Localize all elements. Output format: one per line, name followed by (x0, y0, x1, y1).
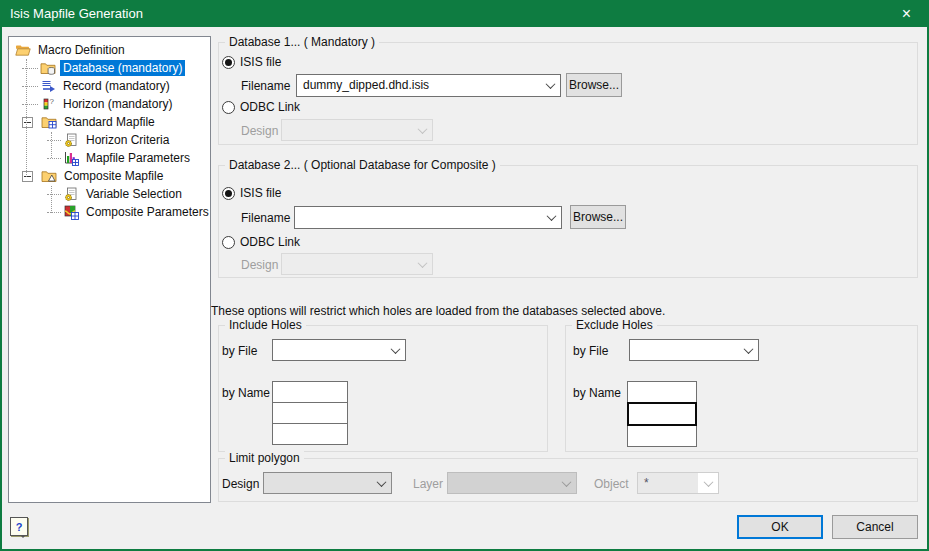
limit-object-label: Object (594, 477, 629, 491)
exclude-by-name-cell-2[interactable] (627, 402, 697, 426)
database1-group-title: Database 1... ( Mandatory ) (225, 35, 379, 49)
tree-item-mapfile-parameters[interactable]: Mapfile Parameters (9, 149, 210, 167)
db2-isis-file-radio[interactable] (222, 187, 235, 200)
exclude-by-file-value (630, 340, 738, 360)
tree-line (22, 104, 38, 105)
tree-item-label: Macro Definition (35, 42, 128, 58)
exclude-holes-group-title: Exclude Holes (572, 318, 657, 332)
include-by-name-label: by Name (222, 386, 270, 400)
tree-item-composite-mapfile[interactable]: Composite Mapfile (9, 167, 210, 185)
include-by-name-cell-2[interactable] (272, 402, 348, 424)
ok-button[interactable]: OK (737, 515, 823, 539)
db1-filename-label: Filename (241, 79, 290, 93)
tree-item-label: Variable Selection (83, 186, 185, 202)
database-folder-icon (40, 60, 56, 76)
db2-design-dropdown-button (412, 254, 432, 274)
tree-item-variable-selection[interactable]: Variable Selection (9, 185, 210, 203)
title-bar: Isis Mapfile Generation × (0, 0, 929, 27)
db2-filename-combobox[interactable] (294, 206, 562, 229)
limit-polygon-group-title: Limit polygon (225, 451, 304, 465)
db1-design-label: Design (241, 124, 278, 138)
tree-item-label: Database (mandatory) (60, 60, 185, 76)
limit-layer-combobox (447, 472, 577, 494)
chevron-down-icon (390, 344, 400, 354)
tree-line (47, 194, 61, 195)
close-button[interactable]: × (884, 0, 929, 27)
tree-item-composite-parameters[interactable]: Composite Parameters (9, 203, 210, 221)
limit-design-combobox[interactable] (263, 472, 392, 494)
chevron-down-icon (561, 477, 571, 487)
tree-item-label: Composite Parameters (83, 204, 210, 220)
limit-object-value: * (638, 473, 698, 493)
tree-item-horizon-mandatory[interactable]: ?Horizon (mandatory) (9, 95, 210, 113)
gear-document-icon (63, 186, 79, 202)
dialog-window: Isis Mapfile Generation × Macro Definiti… (0, 0, 929, 551)
limit-layer-value (448, 473, 556, 493)
tree-item-database-mandatory[interactable]: Database (mandatory) (9, 59, 210, 77)
tree-item-record-mandatory[interactable]: Record (mandatory) (9, 77, 210, 95)
db1-isis-file-radio[interactable] (222, 56, 235, 69)
composite-parameters-icon (63, 204, 79, 220)
db1-filename-combobox[interactable]: dummy_dipped.dhd.isis (296, 74, 561, 97)
window-title: Isis Mapfile Generation (10, 0, 143, 27)
chevron-down-icon (743, 344, 753, 354)
exclude-by-file-label: by File (573, 344, 608, 358)
help-button[interactable]: ? (10, 517, 28, 536)
include-by-name-cell-3[interactable] (272, 423, 348, 445)
db1-odbc-link-radio[interactable] (222, 101, 235, 114)
limit-layer-label: Layer (413, 477, 443, 491)
db2-browse-button-label: Browse... (573, 210, 623, 224)
tree-line (47, 140, 61, 141)
db2-browse-button[interactable]: Browse... (570, 205, 626, 229)
tree-item-label: Composite Mapfile (61, 168, 166, 184)
db2-odbc-link-radio[interactable] (222, 236, 235, 249)
db2-filename-dropdown-button[interactable] (541, 207, 561, 228)
db1-odbc-link-label: ODBC Link (240, 100, 300, 114)
tree-line (22, 68, 38, 69)
tree-line (51, 186, 52, 213)
tree-item-macro-definition[interactable]: Macro Definition (9, 41, 210, 59)
tree-item-horizon-criteria[interactable]: Horizon Criteria (9, 131, 210, 149)
db1-browse-button[interactable]: Browse... (566, 73, 622, 97)
tree-line (47, 158, 61, 159)
db1-filename-value: dummy_dipped.dhd.isis (297, 75, 540, 96)
db1-isis-file-label: ISIS file (240, 55, 281, 69)
chevron-down-icon (417, 258, 427, 268)
tree-item-label: Mapfile Parameters (83, 150, 193, 166)
exclude-by-name-cell-3[interactable] (627, 425, 697, 447)
include-by-file-label: by File (222, 344, 257, 358)
close-icon: × (902, 5, 911, 23)
help-icon: ? (16, 521, 23, 533)
exclude-by-file-dropdown-button[interactable] (738, 340, 758, 360)
include-by-name-cell-1[interactable] (272, 381, 348, 403)
svg-text:?: ? (50, 97, 55, 106)
chevron-down-icon (376, 477, 386, 487)
limit-object-dropdown-button (698, 473, 718, 493)
chevron-down-icon (417, 124, 427, 134)
tree-collapse-icon[interactable] (22, 171, 33, 182)
chevron-down-icon (545, 79, 555, 89)
include-by-file-dropdown-button[interactable] (385, 340, 405, 360)
tree-item-label: Horizon (mandatory) (60, 96, 175, 112)
include-holes-group-title: Include Holes (225, 318, 306, 332)
gear-document-icon (63, 132, 79, 148)
limit-object-combobox: * (637, 472, 719, 494)
composite-folder-icon (41, 168, 57, 184)
tree-line (51, 132, 52, 158)
limit-design-dropdown-button[interactable] (371, 473, 391, 493)
tree-item-standard-mapfile[interactable]: Standard Mapfile (9, 113, 210, 131)
tree-collapse-icon[interactable] (22, 117, 33, 128)
include-by-file-combobox[interactable] (272, 339, 406, 361)
exclude-by-name-cell-1[interactable] (627, 381, 697, 403)
db1-design-combobox (281, 119, 433, 141)
ok-button-label: OK (771, 520, 788, 534)
exclude-by-file-combobox[interactable] (629, 339, 759, 361)
macro-tree-panel: Macro DefinitionDatabase (mandatory)Reco… (8, 36, 211, 503)
cancel-button[interactable]: Cancel (832, 515, 918, 539)
restrict-holes-note: These options will restrict which holes … (211, 304, 665, 318)
tree-line (22, 86, 38, 87)
tree-item-label: Record (mandatory) (60, 78, 173, 94)
db1-filename-dropdown-button[interactable] (540, 75, 560, 96)
db2-isis-file-label: ISIS file (240, 186, 281, 200)
limit-layer-dropdown-button (556, 473, 576, 493)
